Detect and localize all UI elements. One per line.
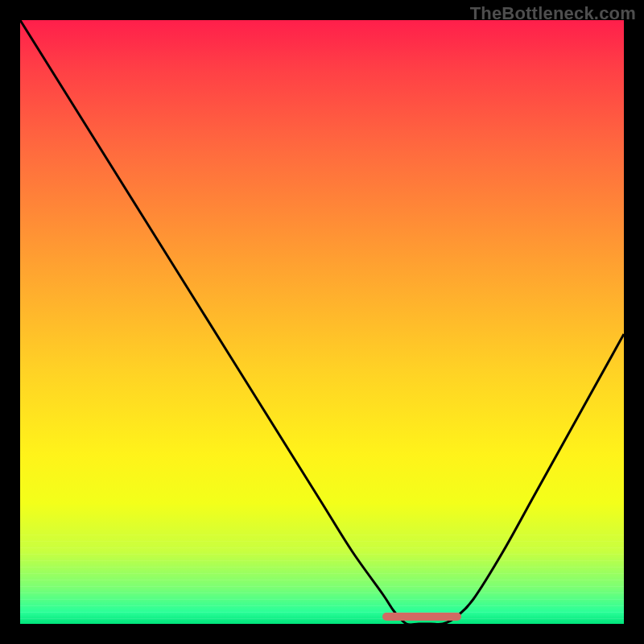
chart-frame: TheBottleneck.com [0,0,644,644]
watermark-text: TheBottleneck.com [470,3,636,24]
bottleneck-curve [20,20,624,624]
plot-outer [20,20,624,624]
optimal-range-marker [382,613,461,621]
plot-area [20,20,624,624]
curve-svg [20,20,624,624]
